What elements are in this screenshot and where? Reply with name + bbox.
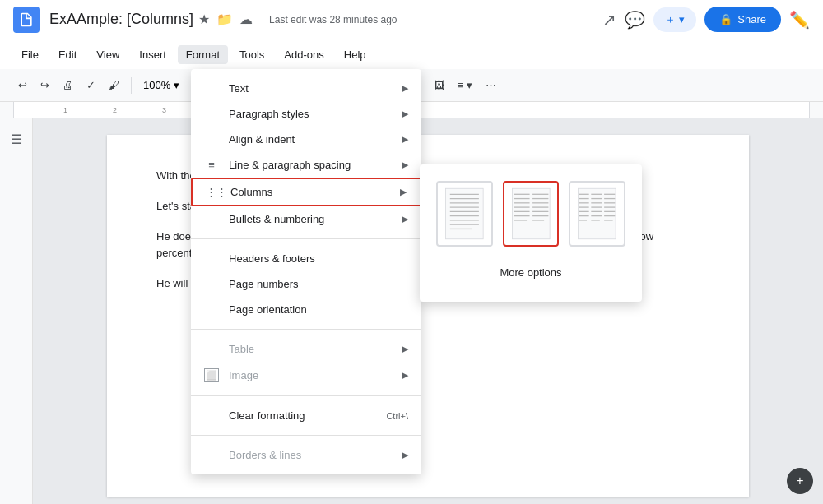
line-spacing-icon: ≡ <box>204 159 219 171</box>
toolbar-zoom[interactable]: 100% ▾ <box>138 77 184 93</box>
top-right: ↗ 💬 ＋ ▾ 🔒 Share ✏️ <box>602 7 810 32</box>
col-option-three[interactable] <box>569 181 625 247</box>
dd-item-paragraph-styles[interactable]: Paragraph styles ▶ <box>191 101 421 127</box>
dd-label-borders-lines: Borders & lines <box>229 449 301 461</box>
cloud-icon[interactable]: ☁ <box>239 12 253 27</box>
columns-options <box>436 181 625 247</box>
columns-submenu: More options <box>420 164 642 302</box>
menu-file[interactable]: File <box>13 45 47 64</box>
dd-label-headers-footers: Headers & footers <box>229 252 315 265</box>
dd-shortcut-clear: Ctrl+\ <box>386 411 408 421</box>
toolbar-align[interactable]: ≡ ▾ <box>453 76 477 95</box>
dd-item-page-orientation[interactable]: Page orientation <box>191 297 421 322</box>
dd-label-text: Text <box>229 82 249 95</box>
dd-label-clear-formatting: Clear formatting <box>229 409 305 422</box>
dd-label-paragraph-styles: Paragraph styles <box>229 108 309 120</box>
dd-item-line-spacing[interactable]: ≡ Line & paragraph spacing ▶ <box>191 152 421 178</box>
dd-arrow-paragraph-styles: ▶ <box>402 109 408 119</box>
top-bar: ExAAmple: [Columns] ★ 📁 ☁ Last edit was … <box>0 0 823 39</box>
add-icon: ＋ <box>665 12 676 27</box>
sidebar: ☰ <box>0 118 33 504</box>
toolbar-undo[interactable]: ↩ <box>13 76 32 95</box>
comment-icon[interactable]: 💬 <box>625 10 645 30</box>
dd-arrow-table: ▶ <box>402 344 408 354</box>
menu-insert[interactable]: Insert <box>131 45 174 64</box>
dd-item-clear-formatting[interactable]: Clear formatting Ctrl+\ <box>191 403 421 428</box>
dd-label-columns: Columns <box>230 186 272 198</box>
star-icon[interactable]: ★ <box>198 12 210 27</box>
toolbar-paintformat[interactable]: 🖌 <box>104 76 124 95</box>
add-button[interactable]: ＋ ▾ <box>653 7 696 32</box>
dd-item-borders-lines: Borders & lines ▶ <box>191 442 421 468</box>
dd-arrow-line-spacing: ▶ <box>402 160 408 170</box>
add-label: ▾ <box>679 13 685 25</box>
menu-bar: File Edit View Insert Format Tools Add-o… <box>0 39 823 69</box>
toolbar-print[interactable]: 🖨 <box>58 76 78 95</box>
dd-item-columns[interactable]: ⋮⋮ Columns ▶ <box>191 178 421 206</box>
dd-label-align-indent: Align & indent <box>229 133 295 146</box>
dd-arrow-bullets: ▶ <box>402 214 408 224</box>
more-options-button[interactable]: More options <box>436 260 625 285</box>
share-label: Share <box>737 13 766 25</box>
share-button[interactable]: 🔒 Share <box>704 7 781 32</box>
dd-divider-2 <box>191 329 421 330</box>
col-option-two[interactable] <box>503 181 560 247</box>
dd-arrow-columns: ▶ <box>400 187 407 197</box>
dd-item-page-numbers[interactable]: Page numbers <box>191 271 421 297</box>
dd-item-headers-footers[interactable]: Headers & footers <box>191 246 421 271</box>
menu-addons[interactable]: Add-ons <box>276 45 332 64</box>
dd-item-text[interactable]: Text ▶ <box>191 76 421 101</box>
toolbar-sep-1 <box>131 77 132 94</box>
toolbar-more[interactable]: ⋯ <box>481 76 501 95</box>
title-area: ExAAmple: [Columns] ★ 📁 ☁ <box>49 11 253 28</box>
app-icon[interactable] <box>13 7 40 33</box>
dd-label-image: Image <box>229 369 258 381</box>
dd-label-table: Table <box>229 343 254 355</box>
dd-item-bullets[interactable]: Bullets & numbering ▶ <box>191 206 421 232</box>
edit-icon[interactable]: ✏️ <box>789 10 810 30</box>
dd-item-align-indent[interactable]: Align & indent ▶ <box>191 127 421 152</box>
menu-format[interactable]: Format <box>178 45 228 64</box>
columns-icon: ⋮⋮ <box>206 186 221 198</box>
title-icons: ★ 📁 ☁ <box>198 12 253 27</box>
image-icon: ⬜ <box>204 368 219 382</box>
svg-rect-25 <box>579 188 616 238</box>
lock-icon: 🔒 <box>719 13 732 25</box>
dd-item-image: ⬜ Image ▶ <box>191 362 421 389</box>
last-edit: Last edit was 28 minutes ago <box>269 14 397 25</box>
dd-arrow-text: ▶ <box>402 83 408 94</box>
toolbar-spellcheck[interactable]: ✓ <box>81 76 100 95</box>
title-row: ExAAmple: [Columns] ★ 📁 ☁ <box>49 11 253 28</box>
dd-label-page-orientation: Page orientation <box>229 303 307 316</box>
menu-tools[interactable]: Tools <box>231 45 272 64</box>
menu-edit[interactable]: Edit <box>50 45 85 64</box>
dd-label-line-spacing: Line & paragraph spacing <box>229 159 351 171</box>
zoom-arrow: ▾ <box>174 79 179 91</box>
svg-rect-0 <box>446 188 484 238</box>
svg-rect-10 <box>512 188 550 238</box>
folder-icon[interactable]: 📁 <box>216 12 233 27</box>
format-dropdown: Text ▶ Paragraph styles ▶ Align & indent… <box>191 69 421 474</box>
zoom-to-fit-button[interactable]: + <box>787 468 813 494</box>
dd-arrow-borders-lines: ▶ <box>402 450 408 460</box>
dd-label-page-numbers: Page numbers <box>229 278 299 290</box>
toolbar-image[interactable]: 🖼 <box>429 76 449 95</box>
dd-divider-1 <box>191 238 421 239</box>
sidebar-outline-icon[interactable]: ☰ <box>11 132 22 147</box>
toolbar-redo[interactable]: ↪ <box>35 76 54 95</box>
zoom-value: 100% <box>143 79 170 91</box>
menu-help[interactable]: Help <box>336 45 374 64</box>
dd-divider-3 <box>191 395 421 396</box>
dd-label-bullets: Bullets & numbering <box>229 213 324 225</box>
col-option-one[interactable] <box>436 181 493 247</box>
dd-divider-4 <box>191 435 421 436</box>
dd-item-table: Table ▶ <box>191 336 421 362</box>
dd-arrow-image: ▶ <box>402 370 408 381</box>
doc-title[interactable]: ExAAmple: [Columns] <box>49 11 193 28</box>
trend-icon[interactable]: ↗ <box>602 10 616 30</box>
dd-arrow-align-indent: ▶ <box>402 134 408 145</box>
menu-view[interactable]: View <box>88 45 128 64</box>
